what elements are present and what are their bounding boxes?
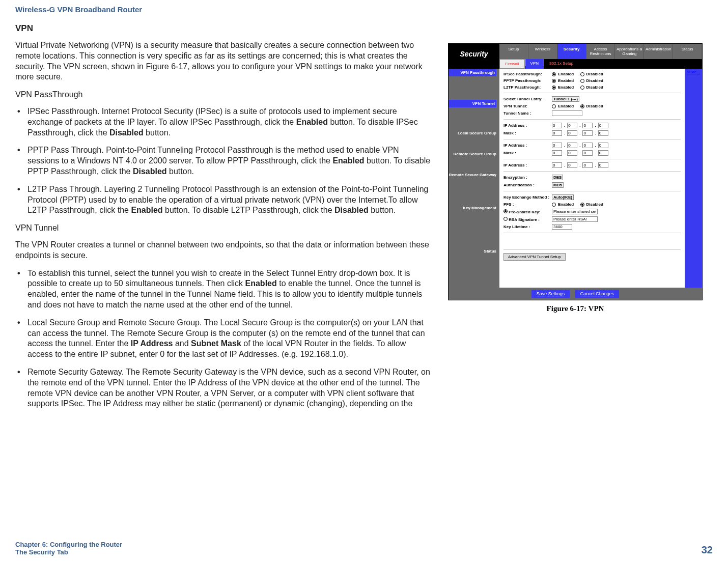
ip-remote-2[interactable]: [567, 143, 577, 148]
label-klife: Key Lifetime :: [503, 225, 552, 229]
bullet-l2tp: L2TP Pass Through. Layering 2 Tunneling …: [15, 184, 433, 216]
radio-ipsec-disabled[interactable]: [580, 72, 584, 76]
intro-paragraph: Virtual Private Networking (VPN) is a se…: [15, 40, 433, 82]
main-text: VPN Virtual Private Networking (VPN) is …: [15, 23, 433, 541]
panel-logo: Security: [449, 44, 499, 64]
radio-pfs-enabled[interactable]: [552, 203, 556, 207]
side-gateway: Remote Secure Gateway: [449, 173, 496, 177]
mask-local-3[interactable]: [582, 130, 593, 136]
radio-rsa[interactable]: [503, 217, 508, 221]
doc-header: Wireless-G VPN Broadband Router: [15, 5, 713, 14]
label-psk: Pre-Shared Key:: [509, 210, 540, 214]
label-kex: Key Exchange Method :: [503, 195, 552, 200]
ip-local-3[interactable]: [582, 123, 593, 128]
radio-l2tp-disabled[interactable]: [580, 86, 584, 90]
bullet-establish: To establish this tunnel, select the tun…: [15, 268, 433, 311]
subtab-8021x[interactable]: 802.1x Setup: [544, 59, 578, 69]
mask-remote-1[interactable]: [552, 150, 562, 156]
tab-wireless[interactable]: Wireless: [528, 44, 557, 59]
label-local-ip: IP Address :: [503, 123, 552, 128]
tab-setup[interactable]: Setup: [499, 44, 528, 59]
ip-gw-1[interactable]: [552, 162, 562, 168]
label-auth: Authentication :: [503, 183, 552, 187]
passthrough-heading: VPN PassThrough: [15, 90, 433, 100]
ip-gw-2[interactable]: [567, 162, 577, 168]
label-gw-ip: IP Address :: [503, 163, 552, 167]
label-ipsec: IPSec Passthrough:: [503, 72, 552, 76]
input-psk[interactable]: [552, 209, 598, 214]
bullet-ipsec: IPSec Passthrough. Internet Protocol Sec…: [15, 106, 433, 138]
mask-local-2[interactable]: [567, 130, 577, 136]
ip-gw-4[interactable]: [598, 162, 608, 168]
label-l2tp: L2TP Passthrough:: [503, 85, 552, 90]
label-local-mask: Mask :: [503, 131, 552, 135]
mask-remote-3[interactable]: [582, 150, 593, 156]
side-status: Status: [449, 249, 496, 254]
ip-remote-3[interactable]: [582, 143, 593, 148]
radio-tunnel-enabled[interactable]: [552, 104, 556, 108]
label-vpntunnel: VPN Tunnel:: [503, 104, 552, 108]
radio-pptp-disabled[interactable]: [580, 79, 584, 83]
mask-remote-2[interactable]: [567, 150, 577, 156]
mask-local-1[interactable]: [552, 130, 562, 136]
label-remote-ip: IP Address :: [503, 143, 552, 148]
tab-status[interactable]: Status: [673, 44, 702, 59]
mask-remote-4[interactable]: [598, 150, 608, 156]
side-passthrough: VPN Passthrough: [449, 69, 496, 76]
select-auth[interactable]: MD5: [552, 182, 564, 188]
label-pptp: PPTP Passthrough:: [503, 78, 552, 83]
tab-apps[interactable]: Applications & Gaming: [615, 44, 644, 59]
side-tunnel: VPN Tunnel: [449, 100, 496, 107]
side-keymgmt: Key Management: [449, 206, 496, 210]
select-tunnel[interactable]: Tunnel 1 (---): [552, 96, 579, 102]
mask-local-4[interactable]: [598, 130, 608, 136]
tunnel-intro: The VPN Router creates a tunnel or chann…: [15, 240, 433, 261]
label-enc: Encryption :: [503, 175, 552, 180]
ip-remote-4[interactable]: [598, 143, 608, 148]
label-rsa: RSA Signature :: [509, 217, 540, 222]
tunnel-heading: VPN Tunnel: [15, 223, 433, 234]
bullet-groups: Local Secure Group and Remote Secure Gro…: [15, 318, 433, 360]
tab-access[interactable]: Access Restrictions: [586, 44, 615, 59]
ip-gw-3[interactable]: [582, 162, 593, 168]
ip-remote-1[interactable]: [552, 143, 562, 148]
ip-local-4[interactable]: [598, 123, 608, 128]
radio-pfs-disabled[interactable]: [580, 203, 584, 207]
subtab-firewall[interactable]: Firewall: [499, 59, 525, 69]
side-remote: Remote Secure Group: [449, 152, 496, 156]
input-klife[interactable]: [552, 224, 572, 230]
tab-admin[interactable]: Administration: [644, 44, 673, 59]
advanced-vpn-button[interactable]: Advanced VPN Tunnel Setup: [503, 253, 566, 261]
bullet-gateway: Remote Security Gateway. The Remote Secu…: [15, 367, 433, 409]
more-link[interactable]: More...: [687, 70, 700, 74]
save-button[interactable]: Save Settings: [531, 290, 570, 298]
radio-psk[interactable]: [503, 209, 508, 213]
input-tunnelname[interactable]: [552, 110, 582, 116]
radio-l2tp-enabled[interactable]: [552, 86, 556, 90]
page-number: 32: [702, 544, 713, 556]
tab-security[interactable]: Security: [557, 44, 586, 59]
subtab-vpn[interactable]: VPN: [525, 59, 544, 69]
select-kex[interactable]: Auto(IKE): [552, 194, 574, 200]
label-tunnelname: Tunnel Name :: [503, 111, 552, 116]
section-title: VPN: [15, 23, 433, 34]
figure-caption: Figure 6-17: VPN: [448, 304, 703, 313]
select-encryption[interactable]: DES: [552, 175, 563, 180]
ip-local-2[interactable]: [567, 123, 577, 128]
footer-left: Chapter 6: Configuring the Router The Se…: [15, 541, 122, 556]
router-admin-screenshot: Security Setup Wireless Security Access …: [448, 43, 703, 300]
radio-ipsec-enabled[interactable]: [552, 72, 556, 76]
bullet-pptp: PPTP Pass Through. Point-to-Point Tunnel…: [15, 145, 433, 177]
cancel-button[interactable]: Cancel Changes: [575, 290, 620, 298]
label-remote-mask: Mask :: [503, 151, 552, 155]
ip-local-1[interactable]: [552, 123, 562, 128]
side-local: Local Secure Group: [449, 131, 496, 135]
label-seltunnel: Select Tunnel Entry:: [503, 97, 552, 101]
radio-pptp-enabled[interactable]: [552, 79, 556, 83]
label-pfs: PFS :: [503, 202, 552, 207]
radio-tunnel-disabled[interactable]: [580, 104, 584, 108]
input-rsa[interactable]: [552, 216, 598, 222]
